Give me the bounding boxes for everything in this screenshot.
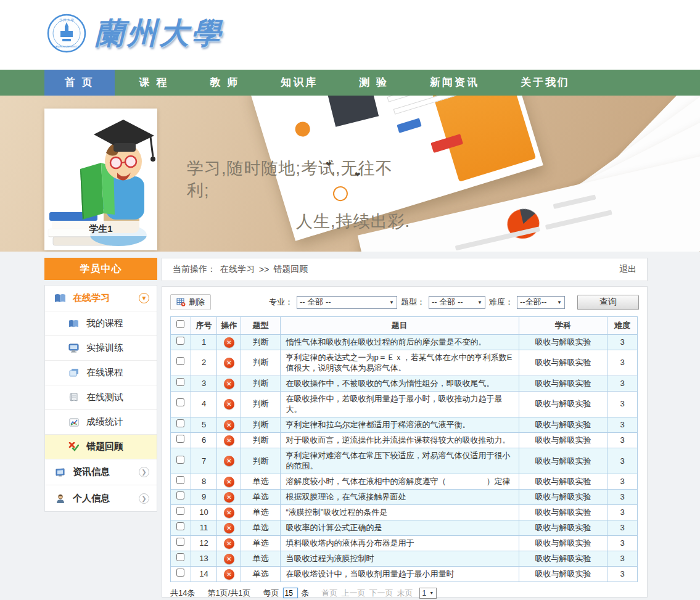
table-delete-icon — [176, 298, 186, 306]
difficulty-select[interactable]: --全部-- ▼ — [517, 296, 565, 309]
question-type-select[interactable]: -- 全部 -- ▼ — [429, 296, 485, 309]
cell-checkbox — [171, 489, 191, 504]
cell-question-text: 吸收率的计算公式正确的是 — [280, 520, 519, 535]
major-select[interactable]: -- 全部 -- ▼ — [297, 296, 397, 309]
sidebar-item-score-stats[interactable]: 成绩统计 — [45, 410, 157, 435]
row-checkbox[interactable] — [176, 357, 184, 365]
prev-page-link[interactable]: 上一页 — [342, 588, 366, 599]
nav-item-tests[interactable]: 测 验 — [342, 70, 405, 96]
delete-row-icon[interactable]: ✕ — [224, 508, 234, 518]
row-checkbox[interactable] — [176, 398, 184, 406]
delete-row-icon[interactable]: ✕ — [224, 477, 234, 487]
content-area: 学员中心 在线学习 ▼ 我的课程 实操训练 — [0, 252, 700, 600]
delete-row-icon[interactable]: ✕ — [224, 554, 234, 564]
delete-row-icon[interactable]: ✕ — [224, 358, 234, 368]
nav-item-home[interactable]: 首 页 — [44, 70, 115, 96]
chart-icon — [68, 418, 80, 427]
sidebar-item-label: 在线学习 — [73, 292, 110, 304]
cell-question-text: 当吸收过程为液膜控制时 — [280, 551, 519, 566]
cell-seq: 3 — [191, 376, 217, 391]
row-checkbox[interactable] — [176, 419, 184, 427]
row-checkbox[interactable] — [176, 491, 184, 499]
chevron-down-icon: ▼ — [139, 293, 149, 303]
sidebar-item-my-courses[interactable]: 我的课程 — [45, 311, 157, 336]
sidebar-item-wrong-questions[interactable]: 错题回顾 — [45, 435, 157, 459]
banner: 学习,随时随地;考试,无往不利; 人生,持续出彩. ❤ ❤ — [0, 96, 700, 252]
per-page-input[interactable] — [283, 588, 298, 598]
delete-row-icon[interactable]: ✕ — [224, 337, 234, 348]
select-all-checkbox[interactable] — [176, 320, 184, 328]
sidebar-item-online-courses[interactable]: 在线课程 — [45, 361, 157, 385]
nav-item-about[interactable]: 关于我们 — [504, 70, 587, 96]
cell-subject: 吸收与解吸实验 — [519, 489, 607, 504]
row-checkbox[interactable] — [176, 569, 184, 577]
mockup-circle-icon — [294, 120, 312, 138]
cell-checkbox — [171, 448, 191, 474]
questions-table: 序号 操作 题型 题目 学科 难度 1✕判断惰性气体和吸收剂在吸收过程的前后的摩… — [170, 316, 638, 582]
delete-row-icon[interactable]: ✕ — [224, 569, 234, 580]
nav-item-knowledge[interactable]: 知识库 — [264, 70, 334, 96]
logout-link[interactable]: 退出 — [619, 264, 636, 275]
table-row: 2✕判断亨利定律的表达式之一为p＝Ｅｘ，若某气体在水中的亨利系数E值很大，说明该… — [171, 350, 638, 376]
first-page-link[interactable]: 首页 — [322, 588, 338, 599]
row-checkbox[interactable] — [176, 476, 184, 484]
last-page-link[interactable]: 末页 — [397, 588, 413, 599]
cell-action: ✕ — [217, 350, 241, 376]
sidebar-menu: 在线学习 ▼ 我的课程 实操训练 在线课程 — [44, 285, 157, 512]
delete-row-icon[interactable]: ✕ — [224, 523, 234, 533]
sidebar-item-news-info[interactable]: 资讯信息 ❯ — [45, 459, 157, 485]
row-checkbox[interactable] — [176, 435, 184, 443]
next-page-link[interactable]: 下一页 — [369, 588, 393, 599]
pagination-page-info: 第1页/共1页 — [207, 588, 250, 599]
delete-row-icon[interactable]: ✕ — [224, 492, 234, 503]
delete-row-icon[interactable]: ✕ — [224, 399, 234, 409]
delete-row-icon[interactable]: ✕ — [224, 379, 234, 389]
header-action: 操作 — [217, 317, 241, 335]
sidebar-item-label: 资讯信息 — [73, 466, 110, 478]
delete-button-label: 删除 — [189, 297, 205, 308]
cell-action: ✕ — [217, 474, 241, 489]
cell-subject: 吸收与解吸实验 — [519, 535, 607, 551]
nav-item-courses[interactable]: 课 程 — [123, 70, 186, 96]
sidebar-item-online-tests[interactable]: 在线测试 — [45, 385, 157, 410]
delete-row-icon[interactable]: ✕ — [224, 538, 234, 549]
logo-title: 蘭州大學 — [95, 14, 223, 53]
delete-row-icon[interactable]: ✕ — [224, 456, 234, 466]
cell-question-type: 判断 — [241, 417, 280, 432]
cell-question-text: 亨利定律和拉乌尔定律都适用于稀溶液的气液平衡。 — [280, 417, 519, 432]
page-number-select[interactable]: 1 ▼ — [419, 588, 437, 599]
row-checkbox[interactable] — [176, 538, 184, 546]
cell-subject: 吸收与解吸实验 — [519, 520, 607, 535]
sidebar-item-online-learning[interactable]: 在线学习 ▼ — [45, 286, 157, 311]
cell-question-type: 单选 — [241, 474, 280, 489]
breadcrumb: 当前操作： 在线学习 >> 错题回顾 退出 — [162, 258, 648, 281]
nav-item-news[interactable]: 新闻资讯 — [413, 70, 496, 96]
cell-subject: 吸收与解吸实验 — [519, 417, 607, 432]
row-checkbox[interactable] — [176, 456, 184, 464]
delete-row-icon[interactable]: ✕ — [224, 435, 234, 446]
sidebar-item-personal-info[interactable]: 个人信息 ❯ — [45, 485, 157, 511]
row-checkbox[interactable] — [176, 522, 184, 530]
row-checkbox[interactable] — [176, 337, 184, 345]
select-caret-icon: ▼ — [477, 300, 482, 305]
nav-item-teachers[interactable]: 教 师 — [193, 70, 256, 96]
svg-text:兰 州 大 学: 兰 州 大 学 — [59, 18, 74, 22]
sidebar-item-label: 在线课程 — [86, 367, 123, 379]
questions-panel: 删除 专业： -- 全部 -- ▼ 题型： -- 全部 -- ▼ 难度： — [162, 286, 648, 598]
delete-row-icon[interactable]: ✕ — [224, 420, 234, 430]
row-checkbox[interactable] — [176, 378, 184, 386]
cell-subject: 吸收与解吸实验 — [519, 448, 607, 474]
row-checkbox[interactable] — [176, 553, 184, 561]
cell-question-type: 判断 — [241, 334, 280, 350]
delete-button[interactable]: 删除 — [170, 294, 211, 310]
table-row: 7✕判断亨利定律对难溶气体在常压下较适应，对易溶气体仅适用于很小的范围。吸收与解… — [171, 448, 638, 474]
row-checkbox[interactable] — [176, 507, 184, 515]
cell-question-text: “液膜控制”吸收过程的条件是 — [280, 504, 519, 520]
cell-subject: 吸收与解吸实验 — [519, 391, 607, 417]
sidebar-item-practice-training[interactable]: 实操训练 — [45, 336, 157, 361]
cell-question-type: 单选 — [241, 535, 280, 551]
search-button[interactable]: 查询 — [577, 295, 639, 310]
cell-seq: 13 — [191, 551, 217, 566]
table-row: 10✕单选“液膜控制”吸收过程的条件是吸收与解吸实验3 — [171, 504, 638, 520]
cell-action: ✕ — [217, 334, 241, 350]
